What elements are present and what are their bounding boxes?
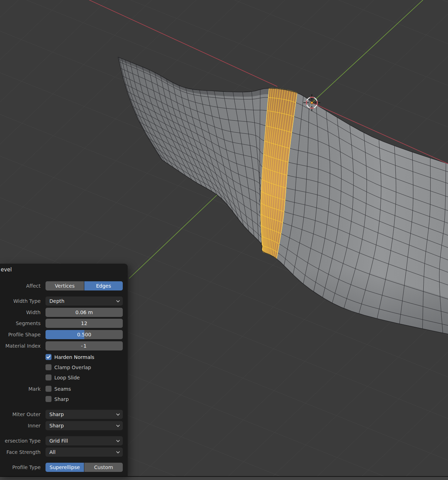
face-strength-label: Face Strength: [0, 448, 41, 457]
seams-checkbox[interactable]: [46, 386, 52, 392]
operator-panel-bevel: evel Affect Vertices Edges Width Type De…: [0, 264, 128, 476]
miter-inner-label: Inner: [0, 421, 41, 430]
width-type-label: Width Type: [0, 296, 41, 306]
row-face-strength: Face Strength All: [0, 448, 123, 457]
row-material-index: Material Index -1: [0, 341, 123, 350]
profile-superellipse-button[interactable]: Superellipse: [46, 463, 84, 472]
miter-inner-dropdown[interactable]: Sharp: [46, 421, 123, 430]
row-miter-inner: Inner Sharp: [0, 421, 123, 430]
status-bar-strip: [0, 476, 448, 480]
profile-shape-label: Profile Shape: [0, 330, 41, 339]
row-segments: Segments 12: [0, 319, 123, 328]
intersection-type-label: ersection Type: [0, 436, 41, 445]
width-type-dropdown[interactable]: Depth: [46, 296, 123, 306]
row-affect: Affect Vertices Edges: [0, 281, 123, 290]
profile-shape-slider[interactable]: 0.500: [46, 330, 123, 339]
row-loop-slide: Loop Slide: [0, 373, 123, 382]
clamp-overlap-checkbox[interactable]: [46, 364, 52, 370]
checkmark-icon: [46, 355, 51, 359]
affect-edges-button[interactable]: Edges: [84, 281, 123, 290]
row-width: Width 0.06 m: [0, 308, 123, 317]
chevron-down-icon: [116, 300, 120, 302]
row-mark-seams: Mark Seams: [0, 384, 123, 394]
profile-shape-value: 0.500: [46, 330, 123, 339]
panel-title: evel: [1, 266, 12, 273]
row-mark-sharp: Sharp: [0, 395, 123, 404]
row-width-type: Width Type Depth: [0, 296, 123, 306]
intersection-type-dropdown[interactable]: Grid Fill: [46, 436, 123, 445]
clamp-overlap-label: Clamp Overlap: [54, 363, 91, 372]
intersection-type-value: Grid Fill: [49, 438, 68, 444]
loop-slide-label: Loop Slide: [54, 373, 80, 382]
loop-slide-checkbox[interactable]: [46, 374, 52, 380]
segments-field[interactable]: 12: [46, 319, 123, 328]
face-strength-value: All: [49, 449, 55, 455]
blender-window: evel Affect Vertices Edges Width Type De…: [0, 0, 448, 480]
width-field[interactable]: 0.06 m: [46, 308, 123, 317]
seams-label: Seams: [54, 384, 71, 394]
miter-inner-value: Sharp: [49, 423, 64, 428]
profile-type-label: Profile Type: [0, 463, 41, 472]
harden-normals-label: Harden Normals: [54, 353, 94, 362]
harden-normals-checkbox[interactable]: [46, 354, 52, 360]
material-index-label: Material Index: [0, 341, 41, 350]
segments-label: Segments: [0, 319, 41, 328]
miter-outer-label: Miter Outer: [0, 410, 41, 419]
row-clamp-overlap: Clamp Overlap: [0, 363, 123, 372]
material-index-field[interactable]: -1: [46, 341, 123, 350]
width-label: Width: [0, 308, 41, 317]
chevron-down-icon: [116, 440, 120, 442]
face-strength-dropdown[interactable]: All: [46, 448, 123, 457]
affect-label: Affect: [0, 281, 41, 290]
chevron-down-icon: [116, 425, 120, 427]
mark-label: Mark: [0, 384, 41, 394]
profile-custom-button[interactable]: Custom: [84, 463, 123, 472]
row-intersection-type: ersection Type Grid Fill: [0, 436, 123, 445]
affect-vertices-button[interactable]: Vertices: [46, 281, 84, 290]
row-profile-shape: Profile Shape 0.500: [0, 330, 123, 339]
row-profile-type: Profile Type Superellipse Custom: [0, 463, 123, 472]
row-harden-normals: Harden Normals: [0, 353, 123, 362]
row-miter-outer: Miter Outer Sharp: [0, 410, 123, 419]
sharp-label: Sharp: [54, 395, 69, 404]
width-type-value: Depth: [49, 298, 65, 304]
chevron-down-icon: [116, 451, 120, 454]
chevron-down-icon: [116, 413, 120, 416]
miter-outer-dropdown[interactable]: Sharp: [46, 410, 123, 419]
sharp-checkbox[interactable]: [46, 396, 52, 402]
miter-outer-value: Sharp: [49, 412, 64, 417]
